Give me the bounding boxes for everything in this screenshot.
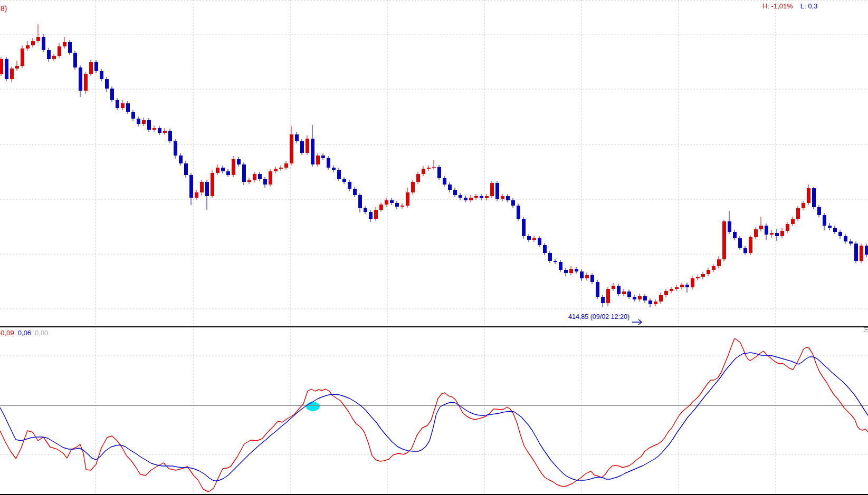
highlight-marker-layer[interactable]	[306, 402, 320, 411]
minimize-icon	[865, 329, 867, 330]
price-time-annotation[interactable]: 414,85 (09/02 12:20)	[568, 313, 629, 321]
oscillator-main-value: -0,09	[0, 329, 14, 337]
trading-chart-window: 8) H: -1,01%L: 0,3 414,85 (09/02 12:20) …	[0, 0, 868, 495]
price-label-arrow-icon[interactable]	[632, 319, 642, 325]
oscillator-hist-value: 0,00	[35, 329, 48, 337]
oscillator-lines-layer	[0, 338, 868, 492]
high-change-label: H: -1,01%	[762, 2, 793, 10]
panel-collapse-button[interactable]	[864, 327, 868, 332]
candlestick-layer	[0, 24, 868, 307]
gridlines-layer	[0, 0, 868, 495]
symbol-label-fragment: 8)	[1, 5, 7, 13]
high-low-readout: H: -1,01%L: 0,3	[762, 2, 825, 10]
low-change-label: L: 0,3	[800, 2, 818, 10]
oscillator-signal-value: 0,06	[18, 329, 31, 337]
oscillator-value-readout: -0,090,060,00	[0, 329, 52, 337]
chart-canvas[interactable]	[0, 0, 868, 495]
